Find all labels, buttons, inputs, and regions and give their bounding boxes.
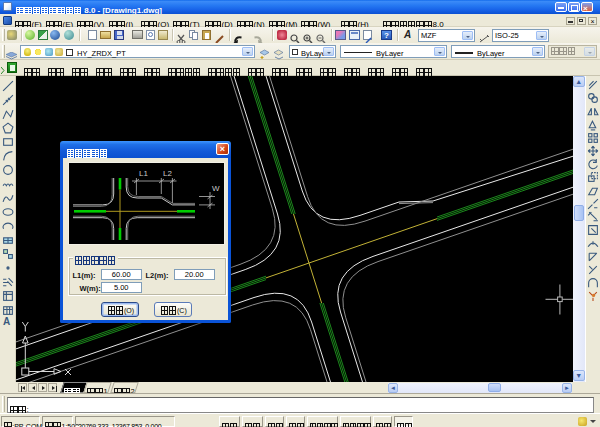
svg-text:L2: L2: [163, 169, 172, 178]
svg-text:L1: L1: [139, 169, 148, 178]
svg-text:W: W: [212, 184, 220, 193]
